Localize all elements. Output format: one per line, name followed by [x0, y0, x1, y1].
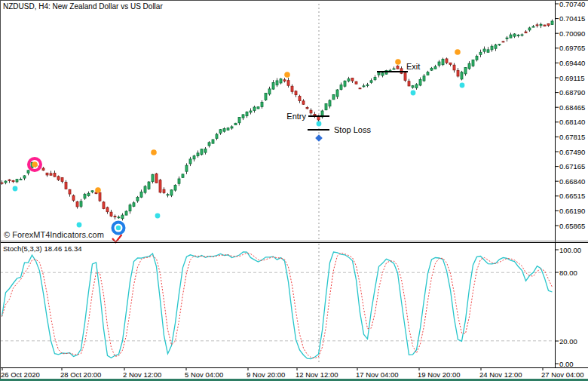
bull-candle — [212, 140, 214, 143]
watermark: © ForexMT4Indicators.com — [4, 230, 104, 239]
bull-candle — [250, 111, 252, 112]
cyan-signal-dot — [411, 91, 416, 96]
bull-candle — [415, 84, 418, 88]
bull-candle — [329, 100, 331, 106]
bear-candle — [295, 91, 297, 95]
cyan-signal-dot — [460, 83, 465, 88]
bear-candle — [457, 70, 459, 76]
price-chart-canvas[interactable]: 0.707400.704150.700900.697650.694400.691… — [0, 0, 588, 381]
bull-candle — [223, 128, 225, 131]
bull-candle — [551, 21, 553, 24]
bull-candle — [91, 191, 93, 192]
bear-candle — [69, 189, 71, 194]
bull-candle — [189, 159, 191, 164]
bull-candle — [121, 215, 124, 219]
bull-candle — [80, 201, 82, 207]
bear-candle — [502, 41, 504, 42]
bear-candle — [50, 174, 52, 175]
bear-candle — [1, 183, 3, 183]
bear-candle — [159, 180, 161, 192]
bull-candle — [27, 171, 29, 173]
signal-markers[interactable] — [13, 49, 465, 242]
bull-candle — [129, 205, 131, 211]
cyan-signal-dot — [13, 186, 18, 192]
bull-candle — [412, 86, 414, 88]
bear-candle — [61, 177, 63, 181]
bear-candle — [299, 97, 301, 101]
orange-signal-dot — [455, 49, 461, 55]
bear-candle — [351, 78, 354, 81]
bear-candle — [163, 189, 165, 192]
stochastic-d-line — [2, 253, 553, 358]
bull-candle — [246, 112, 248, 115]
bull-candle — [461, 72, 463, 79]
bear-candle — [72, 195, 75, 200]
bull-candle — [182, 174, 184, 177]
bull-candle — [419, 80, 421, 85]
bear-candle — [155, 174, 158, 183]
bull-candle — [265, 94, 267, 100]
bull-candle — [178, 179, 180, 183]
bear-candle — [544, 25, 546, 26]
stop-loss-diamond — [315, 134, 323, 142]
bear-candle — [525, 32, 527, 33]
bear-candle — [404, 73, 406, 81]
bear-candle — [76, 201, 78, 207]
bull-candle — [374, 77, 376, 79]
orange-signal-dot — [395, 59, 401, 65]
bull-candle — [5, 181, 7, 183]
panel-resize-handle[interactable] — [0, 241, 588, 243]
mt4-chart-window: 0.707400.704150.700900.697650.694400.691… — [0, 0, 588, 381]
exit-label: Exit — [406, 62, 420, 71]
bull-candle — [517, 35, 519, 36]
bear-candle — [114, 217, 116, 217]
bear-candle — [547, 23, 550, 25]
bull-candle — [476, 56, 478, 60]
bull-candle — [125, 211, 127, 215]
bull-candle — [238, 117, 240, 122]
bear-candle — [397, 66, 399, 69]
bull-candle — [325, 103, 327, 109]
bull-candle — [231, 127, 233, 128]
bear-candle — [99, 192, 101, 201]
bull-candle — [227, 128, 229, 131]
bull-candle — [495, 45, 497, 49]
bull-candle — [16, 180, 18, 182]
bull-candle — [253, 107, 256, 110]
bear-candle — [446, 59, 448, 63]
price-axis[interactable] — [556, 0, 588, 367]
bull-candle — [528, 28, 531, 30]
bull-candle — [487, 50, 489, 52]
bear-candle — [291, 86, 293, 91]
bull-candle — [140, 192, 142, 198]
bull-candle — [344, 81, 346, 86]
bull-candle — [479, 52, 482, 54]
bull-candle — [272, 83, 274, 90]
bull-candle — [261, 102, 263, 106]
time-axis[interactable] — [0, 367, 588, 379]
bull-candle — [381, 73, 384, 75]
bull-candle — [363, 86, 365, 87]
bear-candle — [8, 180, 11, 180]
bull-candle — [208, 143, 210, 146]
cyan-signal-dot — [317, 121, 322, 127]
orange-signal-dot — [32, 161, 38, 167]
bull-candle — [148, 182, 150, 189]
bull-candle — [152, 174, 154, 181]
bull-candle — [170, 190, 173, 195]
bull-candle — [513, 34, 516, 36]
bull-candle — [506, 38, 508, 38]
bull-candle — [185, 165, 188, 171]
bull-candle — [464, 68, 467, 74]
bull-candle — [423, 76, 425, 81]
cyan-signal-dot — [77, 223, 82, 228]
bull-candle — [483, 49, 485, 51]
bull-candle — [442, 60, 444, 65]
bull-candle — [336, 90, 338, 97]
bull-candle — [472, 60, 474, 66]
cyan-signal-dot — [155, 214, 161, 219]
bull-candle — [276, 81, 278, 85]
bull-candle — [510, 35, 512, 38]
bear-candle — [12, 180, 14, 181]
bear-candle — [453, 65, 455, 70]
